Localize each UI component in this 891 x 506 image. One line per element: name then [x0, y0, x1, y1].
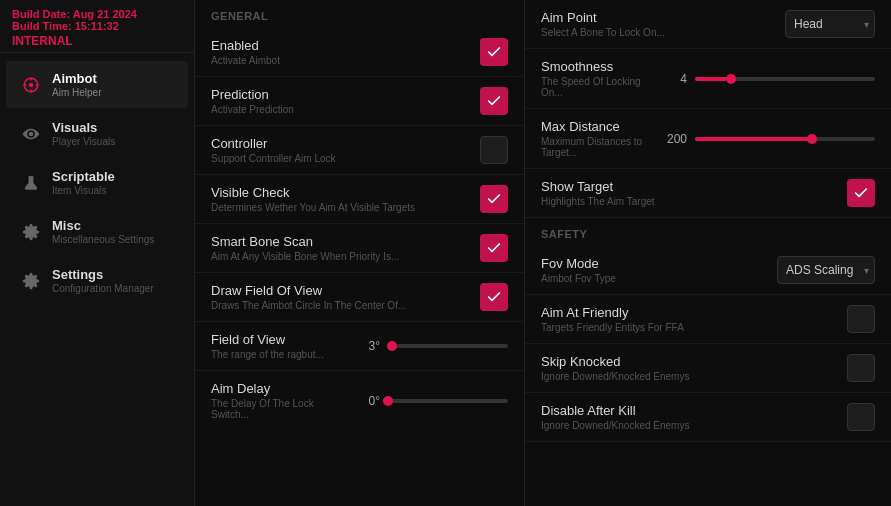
controller-toggle[interactable]	[480, 136, 508, 164]
fov-slider-value: 3°	[356, 339, 380, 353]
aim-delay-row: Aim Delay The Delay Of The Lock Switch..…	[195, 371, 524, 430]
aim-delay-text: Aim Delay The Delay Of The Lock Switch..…	[211, 381, 346, 420]
aimbot-label: Aimbot	[52, 71, 101, 86]
fov-mode-text: Fov Mode Aimbot Fov Type	[541, 256, 767, 284]
max-distance-desc: Maximum Distances to Target...	[541, 136, 653, 158]
fov-slider-text: Field of View The range of the ragbut...	[211, 332, 346, 360]
enabled-title: Enabled	[211, 38, 470, 53]
sidebar-item-aimbot[interactable]: Aimbot Aim Helper	[6, 61, 188, 108]
settings-sublabel: Configuration Manager	[52, 283, 154, 294]
svg-point-1	[29, 82, 34, 87]
enabled-toggle[interactable]	[480, 38, 508, 66]
scriptable-sublabel: Item Visuals	[52, 185, 115, 196]
max-distance-row: Max Distance Maximum Distances to Target…	[525, 109, 891, 169]
settings-text: Settings Configuration Manager	[52, 267, 154, 294]
fov-slider-title: Field of View	[211, 332, 346, 347]
aimbot-text: Aimbot Aim Helper	[52, 71, 101, 98]
fov-mode-title: Fov Mode	[541, 256, 767, 271]
draw-fov-desc: Draws The Aimbot Circle In The Center Of…	[211, 300, 470, 311]
smoothness-row: Smoothness The Speed Of Locking On... 4	[525, 49, 891, 109]
prediction-desc: Activate Prediction	[211, 104, 470, 115]
fov-slider-row: Field of View The range of the ragbut...…	[195, 322, 524, 371]
show-target-row: Show Target Highlights The Aim Target	[525, 169, 891, 218]
controller-title: Controller	[211, 136, 470, 151]
fov-slider-container: 3°	[356, 339, 508, 353]
show-target-title: Show Target	[541, 179, 837, 194]
fov-mode-select[interactable]: ADS Scaling Fixed Dynamic	[777, 256, 875, 284]
controller-row: Controller Support Controller Aim Lock	[195, 126, 524, 175]
right-panel: Aim Point Select A Bone To Lock On... He…	[525, 0, 891, 506]
disable-after-kill-text: Disable After Kill Ignore Downed/Knocked…	[541, 403, 837, 431]
misc-label: Misc	[52, 218, 154, 233]
build-time: Build Time: 15:11:32	[12, 20, 182, 32]
disable-after-kill-title: Disable After Kill	[541, 403, 837, 418]
aim-point-row: Aim Point Select A Bone To Lock On... He…	[525, 0, 891, 49]
visible-check-toggle[interactable]	[480, 185, 508, 213]
prediction-toggle[interactable]	[480, 87, 508, 115]
aim-point-select-wrapper: Head Neck Chest Stomach Pelvis	[785, 10, 875, 38]
smoothness-slider-group: 4	[663, 72, 875, 86]
show-target-toggle[interactable]	[847, 179, 875, 207]
sidebar-item-scriptable[interactable]: Scriptable Item Visuals	[6, 159, 188, 206]
aim-delay-slider-container: 0°	[356, 394, 508, 408]
general-section-header: General	[195, 0, 524, 28]
settings-label: Settings	[52, 267, 154, 282]
max-distance-title: Max Distance	[541, 119, 653, 134]
disable-after-kill-desc: Ignore Downed/Knocked Enemys	[541, 420, 837, 431]
aim-delay-title: Aim Delay	[211, 381, 346, 396]
sidebar-item-visuals[interactable]: Visuals Player Visuals	[6, 110, 188, 157]
smart-bone-scan-title: Smart Bone Scan	[211, 234, 470, 249]
max-distance-fill	[695, 137, 812, 141]
smoothness-track[interactable]	[695, 77, 875, 81]
fov-slider-track[interactable]	[388, 344, 508, 348]
aim-point-select[interactable]: Head Neck Chest Stomach Pelvis	[785, 10, 875, 38]
sidebar-item-misc[interactable]: Misc Miscellaneous Settings	[6, 208, 188, 255]
draw-fov-title: Draw Field Of View	[211, 283, 470, 298]
skip-knocked-desc: Ignore Downed/Knocked Enemys	[541, 371, 837, 382]
aim-point-desc: Select A Bone To Lock On...	[541, 27, 775, 38]
smart-bone-scan-text: Smart Bone Scan Aim At Any Visible Bone …	[211, 234, 470, 262]
max-distance-value: 200	[663, 132, 687, 146]
visuals-label: Visuals	[52, 120, 115, 135]
scriptable-text: Scriptable Item Visuals	[52, 169, 115, 196]
disable-after-kill-row: Disable After Kill Ignore Downed/Knocked…	[525, 393, 891, 442]
sidebar: Build Date: Aug 21 2024 Build Time: 15:1…	[0, 0, 195, 506]
aim-friendly-text: Aim At Friendly Targets Friendly Entitys…	[541, 305, 837, 333]
fov-slider-thumb	[387, 341, 397, 351]
eye-icon	[20, 123, 42, 145]
aim-friendly-toggle[interactable]	[847, 305, 875, 333]
aim-point-text: Aim Point Select A Bone To Lock On...	[541, 10, 775, 38]
visible-check-title: Visible Check	[211, 185, 470, 200]
prediction-row: Prediction Activate Prediction	[195, 77, 524, 126]
skip-knocked-row: Skip Knocked Ignore Downed/Knocked Enemy…	[525, 344, 891, 393]
aimbot-sublabel: Aim Helper	[52, 87, 101, 98]
visuals-sublabel: Player Visuals	[52, 136, 115, 147]
smart-bone-scan-row: Smart Bone Scan Aim At Any Visible Bone …	[195, 224, 524, 273]
smart-bone-scan-toggle[interactable]	[480, 234, 508, 262]
flask-icon	[20, 172, 42, 194]
aim-delay-thumb	[383, 396, 393, 406]
visible-check-row: Visible Check Determines Wether You Aim …	[195, 175, 524, 224]
max-distance-text: Max Distance Maximum Distances to Target…	[541, 119, 653, 158]
aim-friendly-desc: Targets Friendly Entitys For FFA	[541, 322, 837, 333]
safety-header: Safety	[525, 218, 891, 246]
skip-knocked-title: Skip Knocked	[541, 354, 837, 369]
fov-slider-desc: The range of the ragbut...	[211, 349, 346, 360]
prediction-text: Prediction Activate Prediction	[211, 87, 470, 115]
smoothness-thumb	[726, 74, 736, 84]
show-target-desc: Highlights The Aim Target	[541, 196, 837, 207]
fov-mode-desc: Aimbot Fov Type	[541, 273, 767, 284]
skip-knocked-toggle[interactable]	[847, 354, 875, 382]
aim-delay-track[interactable]	[388, 399, 508, 403]
misc-text: Misc Miscellaneous Settings	[52, 218, 154, 245]
general-panel: General Enabled Activate Aimbot Predicti…	[195, 0, 525, 506]
disable-after-kill-toggle[interactable]	[847, 403, 875, 431]
gear-icon	[20, 221, 42, 243]
draw-fov-toggle[interactable]	[480, 283, 508, 311]
aim-delay-desc: The Delay Of The Lock Switch...	[211, 398, 346, 420]
max-distance-track[interactable]	[695, 137, 875, 141]
sidebar-item-settings[interactable]: Settings Configuration Manager	[6, 257, 188, 304]
visible-check-text: Visible Check Determines Wether You Aim …	[211, 185, 470, 213]
controller-desc: Support Controller Aim Lock	[211, 153, 470, 164]
build-info: Build Date: Aug 21 2024 Build Time: 15:1…	[0, 0, 194, 53]
